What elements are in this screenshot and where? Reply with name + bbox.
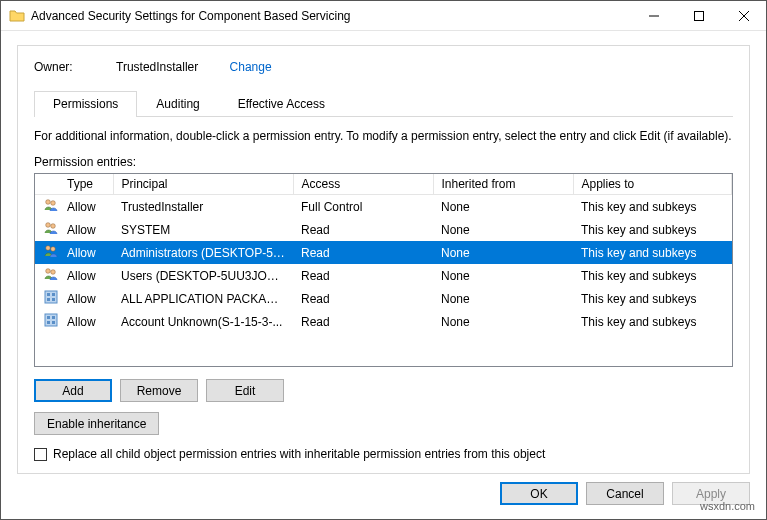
owner-label: Owner: xyxy=(34,60,74,74)
remove-button[interactable]: Remove xyxy=(120,379,198,402)
cell-access: Full Control xyxy=(293,195,433,219)
cell-inherited: None xyxy=(433,195,573,219)
cell-inherited: None xyxy=(433,264,573,287)
folder-icon xyxy=(9,8,25,24)
cancel-button[interactable]: Cancel xyxy=(586,482,664,505)
permissions-table[interactable]: Type Principal Access Inherited from App… xyxy=(35,174,732,333)
table-row[interactable]: AllowUsers (DESKTOP-5UU3JOH\Us...ReadNon… xyxy=(35,264,732,287)
svg-rect-19 xyxy=(52,316,55,319)
tab-effective-access[interactable]: Effective Access xyxy=(219,91,344,117)
col-principal[interactable]: Principal xyxy=(113,174,293,195)
tab-strip: Permissions Auditing Effective Access xyxy=(34,90,733,117)
cell-applies: This key and subkeys xyxy=(573,264,732,287)
content-area: Owner: TrustedInstaller Change Permissio… xyxy=(1,31,766,519)
svg-point-10 xyxy=(46,269,51,274)
package-icon xyxy=(43,289,59,305)
owner-value: TrustedInstaller xyxy=(116,60,198,74)
cell-applies: This key and subkeys xyxy=(573,241,732,264)
cell-inherited: None xyxy=(433,310,573,333)
add-button[interactable]: Add xyxy=(34,379,112,402)
inherit-row: Enable inheritance xyxy=(34,412,733,435)
replace-children-checkbox[interactable] xyxy=(34,448,47,461)
col-inherited[interactable]: Inherited from xyxy=(433,174,573,195)
entries-label: Permission entries: xyxy=(34,155,733,169)
tab-auditing[interactable]: Auditing xyxy=(137,91,218,117)
cell-access: Read xyxy=(293,241,433,264)
cell-type: Allow xyxy=(59,241,113,264)
cell-access: Read xyxy=(293,287,433,310)
svg-rect-18 xyxy=(47,316,50,319)
main-panel: Owner: TrustedInstaller Change Permissio… xyxy=(17,45,750,474)
enable-inheritance-button[interactable]: Enable inheritance xyxy=(34,412,159,435)
minimize-button[interactable] xyxy=(631,1,676,30)
cell-inherited: None xyxy=(433,218,573,241)
info-text: For additional information, double-click… xyxy=(34,129,733,143)
table-row[interactable]: AllowAccount Unknown(S-1-15-3-...ReadNon… xyxy=(35,310,732,333)
change-owner-link[interactable]: Change xyxy=(230,60,272,74)
replace-children-row[interactable]: Replace all child object permission entr… xyxy=(34,447,733,461)
maximize-button[interactable] xyxy=(676,1,721,30)
replace-children-label: Replace all child object permission entr… xyxy=(53,447,545,461)
cell-applies: This key and subkeys xyxy=(573,195,732,219)
dialog-button-row: OK Cancel Apply xyxy=(17,474,750,505)
table-row[interactable]: AllowAdministrators (DESKTOP-5U...ReadNo… xyxy=(35,241,732,264)
svg-point-11 xyxy=(51,270,56,275)
table-row[interactable]: AllowSYSTEMReadNoneThis key and subkeys xyxy=(35,218,732,241)
svg-point-9 xyxy=(51,247,56,252)
svg-rect-17 xyxy=(45,314,57,326)
svg-rect-15 xyxy=(47,298,50,301)
window-title: Advanced Security Settings for Component… xyxy=(31,9,631,23)
cell-type: Allow xyxy=(59,264,113,287)
package-icon xyxy=(43,312,59,328)
cell-type: Allow xyxy=(59,195,113,219)
apply-button[interactable]: Apply xyxy=(672,482,750,505)
ok-button[interactable]: OK xyxy=(500,482,578,505)
cell-type: Allow xyxy=(59,287,113,310)
cell-principal: Account Unknown(S-1-15-3-... xyxy=(113,310,293,333)
cell-principal: Administrators (DESKTOP-5U... xyxy=(113,241,293,264)
svg-point-6 xyxy=(46,223,51,228)
svg-rect-16 xyxy=(52,298,55,301)
col-type[interactable]: Type xyxy=(59,174,113,195)
tab-permissions[interactable]: Permissions xyxy=(34,91,137,117)
group-icon xyxy=(43,220,59,236)
owner-row: Owner: TrustedInstaller Change xyxy=(34,60,733,74)
svg-rect-12 xyxy=(45,291,57,303)
titlebar: Advanced Security Settings for Component… xyxy=(1,1,766,31)
group-icon xyxy=(43,266,59,282)
cell-principal: TrustedInstaller xyxy=(113,195,293,219)
svg-rect-21 xyxy=(52,321,55,324)
col-icon[interactable] xyxy=(35,174,59,195)
cell-type: Allow xyxy=(59,310,113,333)
svg-point-7 xyxy=(51,224,56,229)
svg-point-4 xyxy=(46,200,51,205)
table-row[interactable]: AllowALL APPLICATION PACKAGESReadNoneThi… xyxy=(35,287,732,310)
close-button[interactable] xyxy=(721,1,766,30)
permissions-table-wrap: Type Principal Access Inherited from App… xyxy=(34,173,733,367)
svg-point-8 xyxy=(46,246,51,251)
cell-applies: This key and subkeys xyxy=(573,310,732,333)
svg-rect-1 xyxy=(694,11,703,20)
cell-type: Allow xyxy=(59,218,113,241)
svg-rect-13 xyxy=(47,293,50,296)
security-settings-window: Advanced Security Settings for Component… xyxy=(0,0,767,520)
col-access[interactable]: Access xyxy=(293,174,433,195)
group-icon xyxy=(43,243,59,259)
cell-inherited: None xyxy=(433,287,573,310)
cell-access: Read xyxy=(293,264,433,287)
col-applies[interactable]: Applies to xyxy=(573,174,732,195)
cell-principal: SYSTEM xyxy=(113,218,293,241)
svg-rect-14 xyxy=(52,293,55,296)
cell-principal: Users (DESKTOP-5UU3JOH\Us... xyxy=(113,264,293,287)
svg-point-5 xyxy=(51,201,56,206)
cell-access: Read xyxy=(293,218,433,241)
group-icon xyxy=(43,197,59,213)
cell-applies: This key and subkeys xyxy=(573,287,732,310)
table-row[interactable]: AllowTrustedInstallerFull ControlNoneThi… xyxy=(35,195,732,219)
cell-access: Read xyxy=(293,310,433,333)
edit-button[interactable]: Edit xyxy=(206,379,284,402)
action-button-row: Add Remove Edit xyxy=(34,379,733,402)
cell-applies: This key and subkeys xyxy=(573,218,732,241)
cell-principal: ALL APPLICATION PACKAGES xyxy=(113,287,293,310)
svg-rect-20 xyxy=(47,321,50,324)
